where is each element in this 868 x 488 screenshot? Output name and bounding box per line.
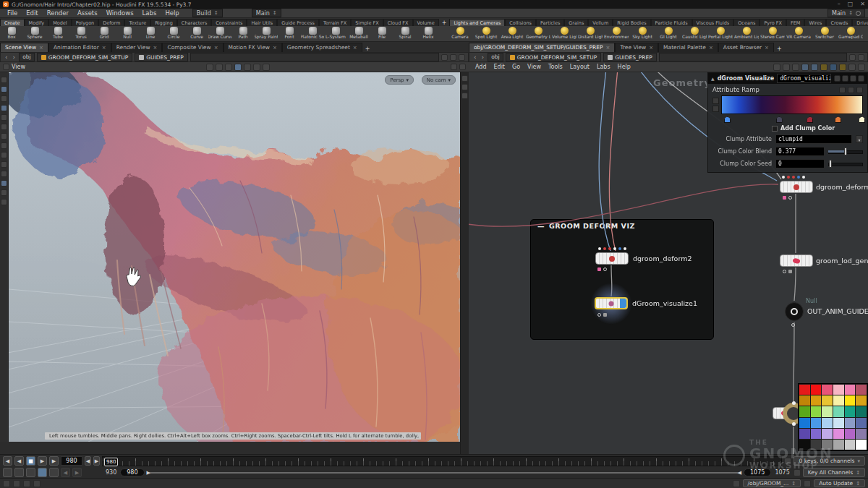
shelf-tab[interactable]: Modify [25, 19, 49, 26]
camera-selector[interactable]: No cam▾ [422, 75, 456, 85]
shelf-tool[interactable]: Helix [417, 26, 440, 41]
timeline[interactable]: 980 [102, 456, 782, 466]
close-icon[interactable]: × [214, 43, 218, 52]
node-flags[interactable] [597, 313, 607, 317]
close-icon[interactable]: × [709, 43, 713, 52]
shelf-tab[interactable]: Characters [177, 19, 211, 26]
shelf-tool[interactable]: Stereo Camera [760, 26, 786, 41]
attribute-ramp-gradient[interactable] [721, 95, 863, 114]
close-icon[interactable]: × [153, 43, 158, 52]
forward-icon[interactable]: › [12, 53, 17, 61]
loop-mode-icon[interactable] [26, 468, 35, 477]
collapse-icon[interactable]: — [537, 222, 545, 230]
history-icon[interactable] [450, 54, 456, 61]
path-root[interactable]: obj [19, 53, 34, 61]
color-swatch[interactable] [856, 406, 867, 416]
color-swatch[interactable] [856, 440, 867, 450]
add-clump-color-checkbox[interactable] [772, 126, 778, 132]
color-swatch[interactable] [799, 395, 810, 406]
node-label[interactable]: dGroom_visualize1 [632, 299, 697, 307]
box-pick-icon[interactable] [792, 64, 799, 71]
help-icon[interactable] [858, 75, 864, 82]
color-swatch[interactable] [856, 418, 867, 428]
node-flags[interactable] [791, 323, 795, 327]
real-time-toggle-icon[interactable] [3, 468, 12, 477]
pin-icon[interactable] [849, 54, 856, 61]
zoom-icon[interactable] [848, 64, 856, 71]
shelf-tab[interactable]: Simple FX [351, 19, 383, 26]
node-dgroom-visualize1[interactable] [595, 297, 628, 309]
menu-item[interactable]: Help [614, 64, 634, 70]
collapse-icon[interactable]: ▲ [711, 76, 715, 81]
color-swatch[interactable] [811, 418, 822, 428]
shelf-tab[interactable]: Grains [564, 19, 588, 26]
shelf-tool[interactable]: Area Light [499, 26, 525, 41]
menu-item[interactable]: Windows [102, 9, 138, 17]
color-swatch[interactable] [833, 418, 844, 428]
shelf-tool[interactable]: Environment Light [603, 26, 629, 41]
node-inputs[interactable] [782, 176, 805, 179]
node-dgroom-deform2[interactable] [595, 252, 629, 265]
pane-help-icon[interactable] [459, 64, 466, 70]
shelf-tool[interactable]: Font [278, 26, 301, 41]
menu-item[interactable]: Layout [566, 64, 593, 70]
prev-key-button[interactable]: ◀ [61, 468, 70, 477]
maximize-button[interactable]: □ [848, 1, 854, 7]
new-pane-tab-button[interactable]: + [362, 46, 373, 52]
select-components-icon[interactable] [244, 64, 251, 71]
shelf-tool[interactable]: Null [116, 26, 139, 41]
view-tool-icon[interactable] [1, 86, 7, 93]
shading-tool-icon[interactable] [1, 161, 7, 168]
shelf-tool[interactable]: Circle [162, 26, 185, 41]
color-swatch[interactable] [856, 395, 867, 406]
global-range-end[interactable]: 1075 [773, 469, 791, 476]
pane-tab[interactable]: Asset Browser× [718, 43, 774, 52]
next-key-button[interactable]: ▶ [72, 468, 82, 477]
color-swatch[interactable] [856, 385, 867, 395]
frame-decrement-button[interactable]: ◀ [85, 456, 91, 466]
close-icon[interactable]: × [353, 43, 357, 52]
node-name-field[interactable]: dGroom_visualize1 [777, 74, 831, 83]
shelf-tab[interactable]: Guide Process [277, 19, 319, 26]
node-inputs[interactable] [598, 247, 626, 250]
back-icon[interactable]: ‹ [472, 53, 478, 61]
shelf-tool[interactable]: Caustic Light [681, 26, 707, 41]
shelf-tab[interactable]: Wires [804, 19, 826, 26]
color-swatch[interactable] [822, 429, 833, 439]
ramp-next-button[interactable] [712, 106, 719, 112]
pane-tab[interactable]: Tree View× [615, 43, 658, 52]
menu-item[interactable]: Edit [490, 64, 509, 70]
playback-range-end-field[interactable]: 1075 [744, 468, 771, 476]
color-swatch[interactable] [811, 385, 822, 395]
clump-color-seed-field[interactable]: 0 [775, 159, 825, 168]
shelf-tool[interactable]: Camera [447, 26, 473, 41]
grid-snap-icon[interactable] [13, 480, 20, 487]
shelf-tool[interactable]: Curve [185, 26, 208, 41]
handles-tool-icon[interactable] [1, 142, 7, 149]
shelf-tab[interactable]: Vellum [588, 19, 613, 26]
path-input[interactable] [659, 53, 847, 61]
back-icon[interactable]: ‹ [4, 53, 9, 61]
node-label[interactable]: groom_lod_genera [816, 257, 868, 265]
shelf-tool[interactable]: Torus [69, 26, 93, 41]
shelf-tool[interactable]: Gamepad Camera [838, 26, 864, 41]
node-flags[interactable] [783, 196, 792, 200]
pane-divider[interactable] [460, 72, 469, 454]
shelf-tool[interactable]: Spiral [393, 26, 417, 41]
color-swatch[interactable] [833, 385, 844, 395]
pin-icon[interactable] [441, 54, 448, 61]
shelf-tab[interactable]: Cloud FX [383, 19, 413, 26]
close-button[interactable]: ✕ [860, 1, 865, 7]
main-toolbar-selector[interactable]: Main↕ [252, 9, 281, 17]
desktop-selector[interactable]: Build↕ [192, 9, 223, 17]
shelf-tool[interactable]: Platonic Solids [301, 26, 324, 41]
ramp-marker[interactable] [807, 116, 813, 123]
shelf-tool[interactable]: GI Light [655, 26, 681, 41]
shelf-tab[interactable]: Hair Utils [247, 19, 277, 26]
range-end-handle[interactable]: ◀ [738, 470, 741, 476]
clump-color-blend-field[interactable]: 0.377 [775, 147, 825, 156]
shelf-tool[interactable]: Geometry Light [525, 26, 551, 41]
playbar-context-selector[interactable]: /obj/GROOM_...↕ [743, 479, 801, 487]
menu-item[interactable]: Add [472, 64, 490, 70]
path-input[interactable] [190, 53, 439, 61]
